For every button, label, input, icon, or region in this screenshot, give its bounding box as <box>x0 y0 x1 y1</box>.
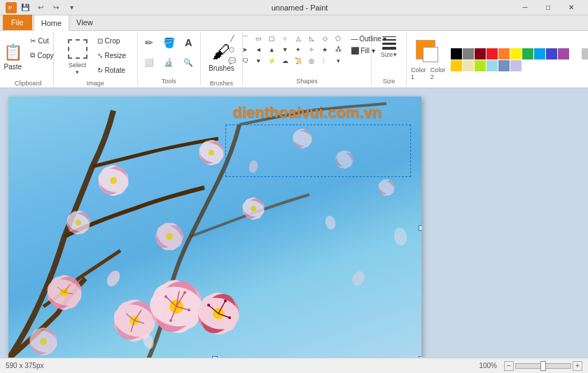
shape-4-arrow[interactable]: ✦ <box>292 45 304 55</box>
shape-rect[interactable]: ▭ <box>252 34 265 43</box>
palette-color-4[interactable] <box>498 48 510 59</box>
shape-triangle[interactable]: △ <box>292 34 304 43</box>
pencil-button[interactable]: ✏ <box>140 34 158 52</box>
palette-color-1[interactable] <box>463 48 474 59</box>
palette-color-17[interactable] <box>486 60 498 71</box>
shape-chevron[interactable]: 〉 <box>318 56 331 66</box>
shape-more[interactable]: ▾ <box>332 56 344 66</box>
brushes-group-label: Brushes <box>210 80 233 88</box>
save-quick-btn[interactable]: 💾 <box>18 1 32 15</box>
zoom-button[interactable]: 🔍 <box>179 53 197 71</box>
size-line-4 <box>382 47 396 50</box>
palette-color-5[interactable] <box>510 48 522 59</box>
shape-down-arrow[interactable]: ▼ <box>279 45 291 55</box>
clipboard-col: ✂ Cut ⧉ Copy <box>27 34 56 62</box>
palette-color-0[interactable] <box>451 48 462 59</box>
palette-color-3[interactable] <box>486 48 498 59</box>
shape-diamond[interactable]: ◇ <box>318 34 331 43</box>
shape-right-arrow[interactable]: ➤ <box>239 45 251 55</box>
shapes-group-label: Shapes <box>296 78 318 86</box>
palette-color-16[interactable] <box>475 60 486 71</box>
shape-heart[interactable]: ♥ <box>252 56 265 66</box>
svg-point-102 <box>324 215 337 231</box>
status-right: 100% − + <box>479 361 582 371</box>
eraser-icon: ⬜ <box>144 58 154 67</box>
palette-color-18[interactable] <box>498 60 510 71</box>
close-btn[interactable]: ✕ <box>560 0 582 15</box>
text-button[interactable]: A <box>179 34 197 52</box>
size-selector[interactable]: Size▾ <box>378 34 400 61</box>
palette-color-14[interactable] <box>451 60 462 71</box>
undo-quick-btn[interactable]: ↩ <box>34 1 48 15</box>
cut-icon: ✂ <box>30 37 36 45</box>
shape-cloud[interactable]: ☁ <box>279 56 291 66</box>
tab-view[interactable]: View <box>69 15 100 30</box>
rotate-button[interactable]: ↻ Rotate <box>94 63 130 77</box>
shape-line[interactable]: ╱ <box>225 34 238 43</box>
shape-round-rect[interactable]: ▢ <box>265 34 278 43</box>
palette-color-19[interactable] <box>510 60 522 71</box>
size-line-3 <box>382 43 396 45</box>
shape-hex[interactable]: ⬡ <box>225 45 238 55</box>
zoom-thumb[interactable] <box>540 361 546 371</box>
svg-point-98 <box>228 316 231 319</box>
zoom-in-btn[interactable]: + <box>573 361 582 371</box>
customize-quick-btn[interactable]: ▾ <box>64 1 78 15</box>
shape-ellipse[interactable]: ○ <box>279 34 291 43</box>
shape-left-arrow[interactable]: ◄ <box>252 45 265 55</box>
tab-home[interactable]: Home <box>34 15 69 31</box>
shape-up-arrow[interactable]: ▲ <box>265 45 278 55</box>
tools-group: ✏ 🪣 A ⬜ 🔬 🔍 Tools <box>138 32 201 86</box>
palette-color-2[interactable] <box>475 48 486 59</box>
tab-file[interactable]: File <box>3 15 32 30</box>
shape-lightning[interactable]: ⚡ <box>265 56 278 66</box>
svg-point-71 <box>251 206 256 211</box>
shape-star5[interactable]: ★ <box>318 45 331 55</box>
zoom-controls: − + <box>504 361 582 371</box>
palette-color-7[interactable] <box>534 48 545 59</box>
paste-button[interactable]: 📋 Paste <box>0 34 26 80</box>
shape-star4[interactable]: ✧ <box>305 45 318 55</box>
shape-curve[interactable]: ⌒ <box>239 34 251 43</box>
zoom-out-btn[interactable]: − <box>504 361 514 371</box>
redo-quick-btn[interactable]: ↪ <box>49 1 63 15</box>
svg-point-84 <box>164 295 167 298</box>
shape-donut[interactable]: ◎ <box>305 56 318 66</box>
palette-color-6[interactable] <box>522 48 533 59</box>
canvas-right-handle[interactable] <box>419 225 421 231</box>
window-title: unnamed - Paint <box>6 3 588 12</box>
canvas-image[interactable]: dienthoaivui.com.vn <box>8 97 421 358</box>
svg-point-101 <box>248 160 259 174</box>
color2-swatch[interactable] <box>423 47 438 62</box>
shape-scroll[interactable]: 📜 <box>292 56 304 66</box>
shape-star6[interactable]: ⁂ <box>332 45 344 55</box>
palette-color-15[interactable] <box>463 60 474 71</box>
palette-color-11[interactable] <box>582 48 588 59</box>
shape-callout[interactable]: 💬 <box>225 56 238 66</box>
canvas-resize-handle[interactable] <box>419 356 421 358</box>
resize-button[interactable]: ⤡ Resize <box>94 48 130 62</box>
shape-call2[interactable]: 🗨 <box>239 56 251 66</box>
canvas-bottom-handle[interactable] <box>212 356 218 358</box>
palette-color-9[interactable] <box>558 48 569 59</box>
picker-button[interactable]: 🔬 <box>160 53 178 71</box>
image-group-label: Image <box>87 80 104 88</box>
fill-button[interactable]: 🪣 <box>160 34 178 52</box>
eraser-button[interactable]: ⬜ <box>140 53 158 71</box>
zoom-slider[interactable] <box>515 363 571 369</box>
select-button[interactable]: Select ▾ <box>62 34 93 80</box>
palette-color-8[interactable] <box>546 48 557 59</box>
maximize-btn[interactable]: □ <box>537 0 559 15</box>
crop-label: Crop <box>105 37 120 45</box>
svg-point-86 <box>169 319 172 322</box>
minimize-btn[interactable]: ─ <box>514 0 536 15</box>
crop-button[interactable]: ⊡ Crop <box>94 34 130 48</box>
paste-label: Paste <box>4 63 22 71</box>
shape-pentagon[interactable]: ⬠ <box>332 34 344 43</box>
color1-stack: Color1 Color2 <box>411 40 445 80</box>
palette-color-10[interactable] <box>570 48 581 59</box>
copy-button[interactable]: ⧉ Copy <box>27 48 56 62</box>
shape-right-tri[interactable]: ◺ <box>305 34 318 43</box>
tools-content: ✏ 🪣 A ⬜ 🔬 🔍 <box>140 34 197 78</box>
cut-button[interactable]: ✂ Cut <box>27 34 56 48</box>
